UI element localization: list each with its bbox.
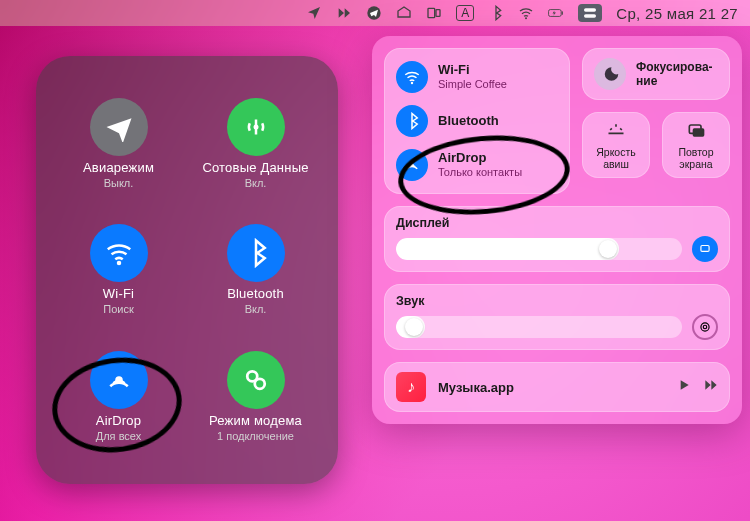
svg-point-20 [703, 325, 707, 329]
battery-icon[interactable] [548, 5, 564, 21]
airplane-title: Авиарежим [83, 160, 154, 175]
fastforward-icon[interactable] [336, 5, 352, 21]
cc-airdrop-title: AirDrop [438, 151, 522, 166]
wifi-sub: Поиск [103, 303, 133, 315]
sidecar-icon[interactable] [426, 5, 442, 21]
airplay-audio-button[interactable] [692, 314, 718, 340]
svg-rect-18 [701, 246, 709, 252]
svg-point-8 [253, 124, 258, 129]
connectivity-card: Wi-FiSimple Coffee Bluetooth AirDropТоль… [384, 48, 570, 194]
focus-label: Фокусирова- ние [636, 60, 713, 88]
next-track-icon[interactable] [702, 377, 718, 397]
cellular-icon [227, 98, 285, 156]
wifi-title: Wi-Fi [103, 286, 134, 301]
menu-bar: A Ср, 25 мая 21 27 [0, 0, 750, 26]
hotspot-icon [227, 351, 285, 409]
ios-connectivity-panel: Авиарежим Выкл. Сотовые Данные Вкл. Wi-F… [36, 56, 338, 484]
svg-point-9 [116, 261, 121, 266]
location-icon[interactable] [306, 5, 322, 21]
display-slider[interactable] [396, 238, 682, 260]
airplane-sub: Выкл. [104, 177, 134, 189]
inbox-icon[interactable] [396, 5, 412, 21]
control-center-panel: Wi-FiSimple Coffee Bluetooth AirDropТоль… [372, 36, 742, 424]
airdrop-icon [396, 149, 428, 181]
cc-airdrop-row[interactable]: AirDropТолько контакты [396, 146, 558, 184]
airdrop-title: AirDrop [96, 413, 141, 428]
cc-bluetooth-title: Bluetooth [438, 114, 499, 129]
keyboard-brightness-button[interactable]: Яркость авиш [582, 112, 650, 178]
moon-icon [594, 58, 626, 90]
telegram-icon[interactable] [366, 5, 382, 21]
bluetooth-title: Bluetooth [227, 286, 284, 301]
svg-point-3 [525, 17, 527, 19]
airdrop-toggle[interactable]: AirDrop Для всех [52, 335, 185, 458]
cc-airdrop-sub: Только контакты [438, 166, 522, 179]
svg-point-12 [254, 379, 264, 389]
airdrop-sub: Для всех [96, 430, 141, 442]
svg-point-19 [701, 323, 709, 331]
screen-mirroring-label: Повтор экрана [678, 146, 713, 170]
bluetooth-menubar-icon[interactable] [488, 5, 504, 21]
menubar-datetime[interactable]: Ср, 25 мая 21 27 [616, 5, 738, 22]
music-app-icon: ♪ [396, 372, 426, 402]
airdrop-icon [90, 351, 148, 409]
focus-card[interactable]: Фокусирова- ние [582, 48, 730, 100]
keyboard-brightness-icon [606, 120, 626, 140]
bluetooth-icon [227, 224, 285, 282]
cc-wifi-title: Wi-Fi [438, 63, 507, 78]
bluetooth-sub: Вкл. [245, 303, 267, 315]
cellular-sub: Вкл. [245, 177, 267, 189]
svg-rect-7 [584, 14, 596, 17]
cellular-title: Сотовые Данные [202, 160, 308, 175]
wifi-icon [396, 61, 428, 93]
cc-bluetooth-row[interactable]: Bluetooth [396, 102, 558, 140]
svg-rect-2 [436, 10, 440, 17]
hotspot-title: Режим модема [209, 413, 302, 428]
airplane-icon [90, 98, 148, 156]
cellular-data-toggle[interactable]: Сотовые Данные Вкл. [189, 82, 322, 205]
sound-card: Звук [384, 284, 730, 350]
hotspot-sub: 1 подключение [217, 430, 294, 442]
svg-rect-5 [562, 11, 563, 14]
airplane-mode-toggle[interactable]: Авиарежим Выкл. [52, 82, 185, 205]
display-label: Дисплей [396, 216, 718, 230]
wifi-menubar-icon[interactable] [518, 5, 534, 21]
svg-rect-1 [428, 8, 435, 17]
hotspot-toggle[interactable]: Режим модема 1 подключение [189, 335, 322, 458]
bluetooth-icon [396, 105, 428, 137]
play-icon[interactable] [676, 377, 692, 397]
sound-slider[interactable] [396, 316, 682, 338]
bluetooth-toggle[interactable]: Bluetooth Вкл. [189, 209, 322, 332]
screen-mirroring-icon [686, 120, 706, 140]
svg-rect-6 [584, 8, 596, 11]
keyboard-brightness-label: Яркость авиш [596, 146, 636, 170]
wifi-icon [90, 224, 148, 282]
sound-label: Звук [396, 294, 718, 308]
svg-rect-16 [693, 128, 705, 136]
language-indicator[interactable]: A [456, 5, 474, 21]
display-expand-button[interactable] [692, 236, 718, 262]
music-title: Музыка.app [438, 380, 664, 395]
music-card[interactable]: ♪ Музыка.app [384, 362, 730, 412]
control-center-menubar-icon[interactable] [578, 4, 602, 22]
display-card: Дисплей [384, 206, 730, 272]
svg-point-13 [411, 82, 413, 84]
wifi-toggle[interactable]: Wi-Fi Поиск [52, 209, 185, 332]
cc-wifi-sub: Simple Coffee [438, 78, 507, 91]
cc-wifi-row[interactable]: Wi-FiSimple Coffee [396, 58, 558, 96]
screen-mirroring-button[interactable]: Повтор экрана [662, 112, 730, 178]
